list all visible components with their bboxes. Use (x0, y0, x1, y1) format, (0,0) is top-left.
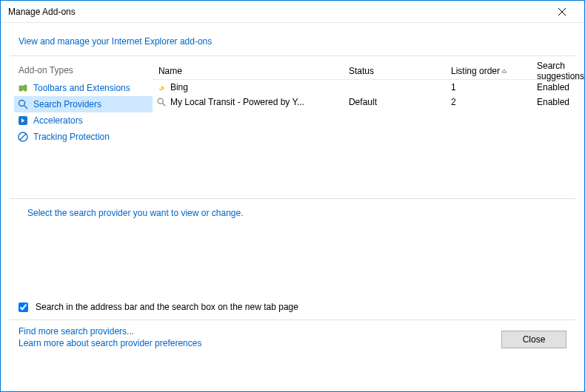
search-icon (17, 98, 29, 110)
header-link-area: View and manage your Internet Explorer a… (1, 23, 584, 55)
row-name: Bing (170, 82, 349, 92)
window-title: Manage Add-ons (8, 7, 547, 17)
svg-line-4 (20, 134, 26, 140)
puzzle-icon (17, 82, 29, 94)
row-suggestions: Enabled (537, 97, 584, 107)
learn-more-link[interactable]: Learn more about search provider prefere… (19, 338, 201, 348)
sidebar-item-accelerators[interactable]: Accelerators (14, 112, 153, 129)
svg-line-1 (24, 106, 27, 109)
sidebar-item-label: Accelerators (33, 115, 83, 126)
checkbox-label: Search in the address bar and the search… (36, 302, 298, 312)
svg-line-6 (163, 104, 166, 107)
window-close-button[interactable] (547, 1, 577, 22)
hint-text: Select the search provider you want to v… (27, 208, 244, 218)
sidebar-item-label: Search Providers (33, 99, 101, 109)
checkbox-row: Search in the address bar and the search… (1, 302, 584, 320)
table-row[interactable]: My Local Transit - Powered by Y... Defau… (153, 95, 584, 109)
sidebar-header: Add-on Types (14, 65, 153, 80)
main-area: Add-on Types Toolbars and Extensions Sea… (1, 56, 584, 198)
search-provider-icon (156, 96, 167, 108)
close-icon (558, 8, 566, 16)
svg-point-5 (158, 98, 163, 104)
sidebar: Add-on Types Toolbars and Extensions Sea… (1, 56, 153, 198)
column-listing-order[interactable]: Listing order (451, 66, 537, 76)
footer: Find more search providers... Learn more… (10, 320, 575, 356)
accelerator-icon (17, 115, 29, 126)
footer-links: Find more search providers... Learn more… (19, 326, 201, 348)
find-more-providers-link[interactable]: Find more search providers... (19, 326, 201, 337)
row-name: My Local Transit - Powered by Y... (170, 97, 349, 107)
manage-addons-link[interactable]: View and manage your Internet Explorer a… (19, 36, 212, 47)
address-bar-search-checkbox[interactable] (19, 303, 28, 312)
table-area: Name Status Listing order Search suggest… (153, 56, 584, 198)
block-icon (17, 131, 29, 143)
column-status[interactable]: Status (349, 66, 451, 76)
row-status: Default (349, 97, 451, 107)
column-suggestions[interactable]: Search suggestions (537, 61, 584, 81)
close-button[interactable]: Close (501, 331, 566, 348)
sidebar-item-label: Toolbars and Extensions (33, 83, 130, 93)
titlebar: Manage Add-ons (1, 1, 584, 23)
column-order-label: Listing order (451, 66, 500, 76)
table-row[interactable]: Bing 1 Enabled (153, 80, 584, 95)
column-name[interactable]: Name (153, 66, 349, 76)
row-suggestions: Enabled (537, 82, 584, 92)
sidebar-item-label: Tracking Protection (33, 132, 110, 142)
detail-pane: Select the search provider you want to v… (10, 198, 575, 302)
row-order: 2 (451, 97, 537, 107)
table-header: Name Status Listing order Search suggest… (153, 62, 584, 80)
sidebar-item-toolbars[interactable]: Toolbars and Extensions (14, 80, 153, 96)
sidebar-item-search-providers[interactable]: Search Providers (14, 96, 153, 112)
sidebar-item-tracking-protection[interactable]: Tracking Protection (14, 129, 153, 145)
sort-ascending-icon (501, 68, 507, 74)
bing-icon (156, 81, 167, 93)
svg-point-0 (19, 101, 25, 107)
row-order: 1 (451, 82, 537, 92)
